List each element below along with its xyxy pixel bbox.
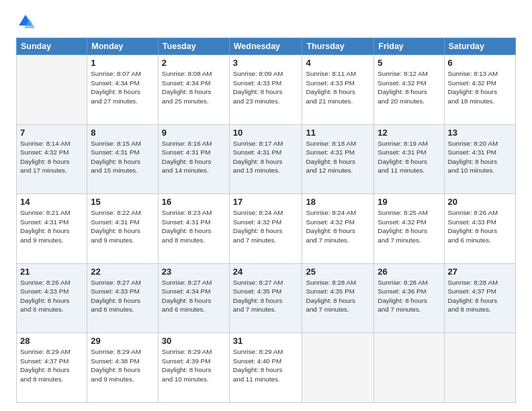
day-info: Sunrise: 8:29 AM Sunset: 4:39 PM Dayligh… xyxy=(162,347,226,383)
day-number: 4 xyxy=(306,58,370,68)
day-number: 17 xyxy=(233,197,299,207)
day-number: 26 xyxy=(378,267,440,277)
calendar-cell: 5Sunrise: 8:12 AM Sunset: 4:32 PM Daylig… xyxy=(374,55,444,125)
day-info: Sunrise: 8:08 AM Sunset: 4:34 PM Dayligh… xyxy=(162,69,226,105)
day-number: 12 xyxy=(378,128,440,138)
day-number: 25 xyxy=(306,267,370,277)
day-info: Sunrise: 8:27 AM Sunset: 4:34 PM Dayligh… xyxy=(162,278,226,314)
day-info: Sunrise: 8:24 AM Sunset: 4:32 PM Dayligh… xyxy=(306,208,370,244)
calendar-cell: 24Sunrise: 8:27 AM Sunset: 4:35 PM Dayli… xyxy=(229,263,302,333)
day-info: Sunrise: 8:28 AM Sunset: 4:36 PM Dayligh… xyxy=(378,278,440,314)
day-info: Sunrise: 8:27 AM Sunset: 4:35 PM Dayligh… xyxy=(233,278,299,314)
calendar-cell: 17Sunrise: 8:24 AM Sunset: 4:32 PM Dayli… xyxy=(229,194,302,264)
day-info: Sunrise: 8:29 AM Sunset: 4:38 PM Dayligh… xyxy=(91,347,154,383)
day-info: Sunrise: 8:15 AM Sunset: 4:31 PM Dayligh… xyxy=(91,139,154,175)
col-header-thursday: Thursday xyxy=(302,38,374,55)
calendar-cell: 6Sunrise: 8:13 AM Sunset: 4:32 PM Daylig… xyxy=(444,55,515,125)
day-info: Sunrise: 8:24 AM Sunset: 4:32 PM Dayligh… xyxy=(233,208,299,244)
calendar-cell: 27Sunrise: 8:28 AM Sunset: 4:37 PM Dayli… xyxy=(444,263,515,333)
day-number: 31 xyxy=(233,336,299,346)
day-info: Sunrise: 8:17 AM Sunset: 4:31 PM Dayligh… xyxy=(233,139,299,175)
calendar-week-row: 21Sunrise: 8:26 AM Sunset: 4:33 PM Dayli… xyxy=(17,263,516,333)
calendar-week-row: 7Sunrise: 8:14 AM Sunset: 4:32 PM Daylig… xyxy=(17,124,516,194)
day-info: Sunrise: 8:25 AM Sunset: 4:32 PM Dayligh… xyxy=(378,208,440,244)
calendar-week-row: 1Sunrise: 8:07 AM Sunset: 4:34 PM Daylig… xyxy=(17,55,516,125)
day-info: Sunrise: 8:09 AM Sunset: 4:33 PM Dayligh… xyxy=(233,69,299,105)
day-number: 1 xyxy=(91,58,154,68)
day-number: 19 xyxy=(378,197,440,207)
calendar-cell: 30Sunrise: 8:29 AM Sunset: 4:39 PM Dayli… xyxy=(158,333,229,403)
day-info: Sunrise: 8:19 AM Sunset: 4:31 PM Dayligh… xyxy=(378,139,440,175)
day-info: Sunrise: 8:13 AM Sunset: 4:32 PM Dayligh… xyxy=(448,69,512,105)
page: SundayMondayTuesdayWednesdayThursdayFrid… xyxy=(0,0,532,411)
calendar-cell: 10Sunrise: 8:17 AM Sunset: 4:31 PM Dayli… xyxy=(229,124,302,194)
day-number: 14 xyxy=(20,197,83,207)
day-number: 2 xyxy=(162,58,226,68)
col-header-monday: Monday xyxy=(87,38,159,55)
day-number: 15 xyxy=(91,197,154,207)
calendar-cell: 29Sunrise: 8:29 AM Sunset: 4:38 PM Dayli… xyxy=(87,333,159,403)
calendar-table: SundayMondayTuesdayWednesdayThursdayFrid… xyxy=(16,38,516,403)
calendar-cell: 1Sunrise: 8:07 AM Sunset: 4:34 PM Daylig… xyxy=(87,55,159,125)
day-number: 3 xyxy=(233,58,299,68)
day-number: 22 xyxy=(91,267,154,277)
calendar-cell: 23Sunrise: 8:27 AM Sunset: 4:34 PM Dayli… xyxy=(158,263,229,333)
calendar-cell: 15Sunrise: 8:22 AM Sunset: 4:31 PM Dayli… xyxy=(87,194,159,264)
col-header-wednesday: Wednesday xyxy=(229,38,302,55)
calendar-cell xyxy=(374,333,444,403)
day-number: 7 xyxy=(20,128,83,138)
calendar-cell: 12Sunrise: 8:19 AM Sunset: 4:31 PM Dayli… xyxy=(374,124,444,194)
day-info: Sunrise: 8:22 AM Sunset: 4:31 PM Dayligh… xyxy=(91,208,154,244)
day-number: 24 xyxy=(233,267,299,277)
logo xyxy=(16,12,38,31)
col-header-saturday: Saturday xyxy=(444,38,515,55)
calendar-cell: 9Sunrise: 8:16 AM Sunset: 4:31 PM Daylig… xyxy=(158,124,229,194)
col-header-sunday: Sunday xyxy=(17,38,87,55)
header xyxy=(16,12,516,31)
day-info: Sunrise: 8:23 AM Sunset: 4:31 PM Dayligh… xyxy=(162,208,226,244)
day-info: Sunrise: 8:14 AM Sunset: 4:32 PM Dayligh… xyxy=(20,139,83,175)
day-number: 5 xyxy=(378,58,440,68)
day-info: Sunrise: 8:29 AM Sunset: 4:37 PM Dayligh… xyxy=(20,347,83,383)
calendar-cell: 22Sunrise: 8:27 AM Sunset: 4:33 PM Dayli… xyxy=(87,263,159,333)
calendar-cell xyxy=(17,55,87,125)
day-info: Sunrise: 8:26 AM Sunset: 4:33 PM Dayligh… xyxy=(20,278,83,314)
day-number: 20 xyxy=(448,197,512,207)
day-info: Sunrise: 8:16 AM Sunset: 4:31 PM Dayligh… xyxy=(162,139,226,175)
day-info: Sunrise: 8:29 AM Sunset: 4:40 PM Dayligh… xyxy=(233,347,299,383)
calendar-cell: 11Sunrise: 8:18 AM Sunset: 4:31 PM Dayli… xyxy=(302,124,374,194)
col-header-friday: Friday xyxy=(374,38,444,55)
calendar-cell: 18Sunrise: 8:24 AM Sunset: 4:32 PM Dayli… xyxy=(302,194,374,264)
calendar-cell: 8Sunrise: 8:15 AM Sunset: 4:31 PM Daylig… xyxy=(87,124,159,194)
day-info: Sunrise: 8:11 AM Sunset: 4:33 PM Dayligh… xyxy=(306,69,370,105)
day-number: 8 xyxy=(91,128,154,138)
day-info: Sunrise: 8:18 AM Sunset: 4:31 PM Dayligh… xyxy=(306,139,370,175)
calendar-week-row: 28Sunrise: 8:29 AM Sunset: 4:37 PM Dayli… xyxy=(17,333,516,403)
day-number: 11 xyxy=(306,128,370,138)
day-number: 29 xyxy=(91,336,154,346)
calendar-cell: 25Sunrise: 8:28 AM Sunset: 4:35 PM Dayli… xyxy=(302,263,374,333)
day-info: Sunrise: 8:26 AM Sunset: 4:33 PM Dayligh… xyxy=(448,208,512,244)
calendar-cell: 3Sunrise: 8:09 AM Sunset: 4:33 PM Daylig… xyxy=(229,55,302,125)
day-number: 21 xyxy=(20,267,83,277)
day-number: 30 xyxy=(162,336,226,346)
calendar-cell xyxy=(302,333,374,403)
day-info: Sunrise: 8:20 AM Sunset: 4:31 PM Dayligh… xyxy=(448,139,512,175)
day-number: 18 xyxy=(306,197,370,207)
logo-icon xyxy=(16,12,35,31)
calendar-week-row: 14Sunrise: 8:21 AM Sunset: 4:31 PM Dayli… xyxy=(17,194,516,264)
calendar-cell: 7Sunrise: 8:14 AM Sunset: 4:32 PM Daylig… xyxy=(17,124,87,194)
calendar-cell: 2Sunrise: 8:08 AM Sunset: 4:34 PM Daylig… xyxy=(158,55,229,125)
day-info: Sunrise: 8:27 AM Sunset: 4:33 PM Dayligh… xyxy=(91,278,154,314)
day-number: 27 xyxy=(448,267,512,277)
calendar-cell: 19Sunrise: 8:25 AM Sunset: 4:32 PM Dayli… xyxy=(374,194,444,264)
calendar-cell: 31Sunrise: 8:29 AM Sunset: 4:40 PM Dayli… xyxy=(229,333,302,403)
day-number: 28 xyxy=(20,336,83,346)
day-number: 9 xyxy=(162,128,226,138)
calendar-cell: 16Sunrise: 8:23 AM Sunset: 4:31 PM Dayli… xyxy=(158,194,229,264)
day-number: 6 xyxy=(448,58,512,68)
col-header-tuesday: Tuesday xyxy=(158,38,229,55)
calendar-cell: 20Sunrise: 8:26 AM Sunset: 4:33 PM Dayli… xyxy=(444,194,515,264)
calendar-cell: 4Sunrise: 8:11 AM Sunset: 4:33 PM Daylig… xyxy=(302,55,374,125)
day-number: 16 xyxy=(162,197,226,207)
